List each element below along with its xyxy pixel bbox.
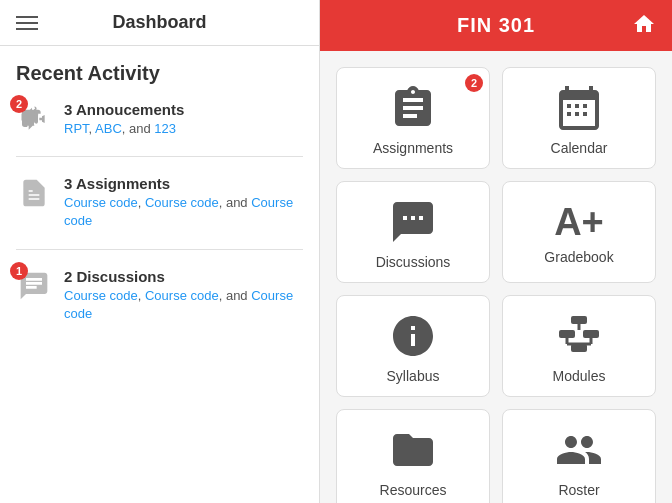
clipboard-icon <box>389 84 437 132</box>
left-content: Recent Activity 2 3 Annoucements RPT, AB… <box>0 46 319 503</box>
announcement-links[interactable]: RPT, ABC, and 123 <box>64 120 303 138</box>
syllabus-label: Syllabus <box>387 368 440 384</box>
svg-rect-2 <box>583 330 599 338</box>
right-header: FIN 301 <box>320 0 672 51</box>
gradebook-label: Gradebook <box>544 249 613 265</box>
modules-icon <box>555 312 603 360</box>
roster-icon <box>555 426 603 474</box>
discussions-links[interactable]: Course code, Course code, and Course cod… <box>64 287 303 323</box>
svg-rect-0 <box>571 316 587 324</box>
dashboard-title: Dashboard <box>112 12 206 33</box>
megaphone-icon <box>18 103 46 131</box>
course-title: FIN 301 <box>457 14 535 37</box>
grid-item-assignments[interactable]: 2 Assignments <box>336 67 490 169</box>
list-item: 1 2 Discussions Course code, Course code… <box>16 268 303 323</box>
list-item: 3 Assignments Course code, Course code, … <box>16 175 303 230</box>
grid-item-gradebook[interactable]: A+ Gradebook <box>502 181 656 283</box>
assignments-title: 3 Assignments <box>64 175 303 192</box>
left-header: Dashboard <box>0 0 319 46</box>
discussions-grid-label: Discussions <box>376 254 451 270</box>
course-grid: 2 Assignments Calendar Discussions A+ Gr… <box>320 51 672 503</box>
grid-item-syllabus[interactable]: Syllabus <box>336 295 490 397</box>
calendar-label: Calendar <box>551 140 608 156</box>
discussions-text: 2 Discussions Course code, Course code, … <box>64 268 303 323</box>
grid-item-discussions[interactable]: Discussions <box>336 181 490 283</box>
document-icon <box>18 177 50 209</box>
announcement-text: 3 Annoucements RPT, ABC, and 123 <box>64 101 303 138</box>
announcement-icon-wrap: 2 <box>16 101 52 137</box>
assignments-label: Assignments <box>373 140 453 156</box>
announcement-title: 3 Annoucements <box>64 101 303 118</box>
list-item: 2 3 Annoucements RPT, ABC, and 123 <box>16 101 303 138</box>
roster-label: Roster <box>558 482 599 498</box>
assignments-links[interactable]: Course code, Course code, and Course cod… <box>64 194 303 230</box>
gradebook-icon: A+ <box>554 203 604 241</box>
calendar-icon <box>555 84 603 132</box>
modules-label: Modules <box>553 368 606 384</box>
svg-rect-1 <box>559 330 575 338</box>
folder-icon <box>389 426 437 474</box>
home-button[interactable] <box>632 12 656 40</box>
assignments-icon-wrap <box>16 175 52 211</box>
grid-item-resources[interactable]: Resources <box>336 409 490 503</box>
discussions-badge: 1 <box>10 262 28 280</box>
chat-icon <box>389 198 437 246</box>
hamburger-menu[interactable] <box>16 16 38 30</box>
recent-activity-title: Recent Activity <box>16 62 303 85</box>
left-panel: Dashboard Recent Activity 2 3 Annoucemen… <box>0 0 320 503</box>
grid-item-roster[interactable]: Roster <box>502 409 656 503</box>
assignments-text: 3 Assignments Course code, Course code, … <box>64 175 303 230</box>
discussions-icon-wrap: 1 <box>16 268 52 304</box>
right-panel: FIN 301 2 Assignments Calendar <box>320 0 672 503</box>
info-icon <box>389 312 437 360</box>
grid-item-modules[interactable]: Modules <box>502 295 656 397</box>
grid-item-calendar[interactable]: Calendar <box>502 67 656 169</box>
discussions-title: 2 Discussions <box>64 268 303 285</box>
resources-label: Resources <box>380 482 447 498</box>
assignments-grid-badge: 2 <box>465 74 483 92</box>
